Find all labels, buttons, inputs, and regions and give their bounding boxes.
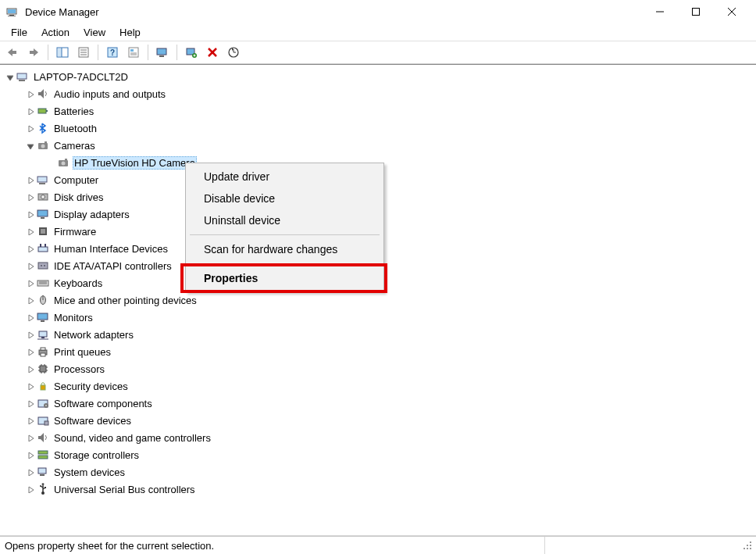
tree-category-storage[interactable]: Storage controllers bbox=[0, 446, 756, 463]
chevron-right-icon[interactable] bbox=[25, 467, 34, 477]
svg-rect-65 bbox=[41, 348, 45, 350]
chevron-right-icon[interactable] bbox=[25, 433, 34, 442]
chevron-right-icon[interactable] bbox=[25, 347, 34, 356]
svg-rect-49 bbox=[40, 244, 41, 247]
computer-icon bbox=[16, 70, 29, 83]
chevron-right-icon[interactable] bbox=[25, 227, 34, 236]
context-menu-item-uninstall-device[interactable]: Uninstall device bbox=[188, 209, 381, 231]
chevron-right-icon[interactable] bbox=[25, 192, 34, 202]
toolbar: ? bbox=[0, 41, 756, 64]
svg-rect-23 bbox=[157, 48, 166, 55]
context-menu-item-scan-for-hardware-changes[interactable]: Scan for hardware changes bbox=[188, 238, 381, 260]
chevron-right-icon[interactable] bbox=[25, 244, 34, 253]
tree-category-label: Keyboards bbox=[52, 277, 104, 290]
context-menu-separator bbox=[190, 263, 380, 264]
svg-rect-5 bbox=[693, 9, 700, 16]
tree-category-speaker[interactable]: Audio inputs and outputs bbox=[0, 85, 756, 102]
svg-rect-45 bbox=[41, 217, 45, 219]
minimize-button[interactable] bbox=[642, 0, 678, 23]
show-hide-tree-button[interactable] bbox=[53, 43, 72, 62]
tree-category-label: Storage controllers bbox=[52, 449, 141, 462]
chevron-right-icon[interactable] bbox=[25, 123, 34, 133]
status-separator bbox=[544, 537, 545, 554]
scan-hardware-button[interactable] bbox=[182, 43, 201, 62]
context-menu: Update driverDisable deviceUninstall dev… bbox=[185, 163, 384, 292]
chevron-right-icon[interactable] bbox=[25, 278, 34, 288]
tree-category-monitor[interactable]: Monitors bbox=[0, 309, 756, 326]
tree-category-label: Firmware bbox=[52, 225, 98, 238]
tree-category-sound[interactable]: Sound, video and game controllers bbox=[0, 429, 756, 446]
tree-category-network[interactable]: Network adapters bbox=[0, 326, 756, 343]
svg-rect-85 bbox=[40, 474, 45, 476]
tree-category-software-dev[interactable]: Software devices bbox=[0, 412, 756, 429]
svg-rect-83 bbox=[38, 456, 48, 459]
computer-icon bbox=[37, 173, 49, 186]
tree-category-battery[interactable]: Batteries bbox=[0, 102, 756, 120]
chevron-right-icon[interactable] bbox=[25, 416, 34, 425]
maximize-button[interactable] bbox=[678, 0, 714, 23]
chevron-down-icon[interactable] bbox=[5, 72, 14, 81]
battery-icon bbox=[37, 105, 49, 117]
chevron-down-icon[interactable] bbox=[25, 141, 34, 150]
chevron-right-icon[interactable] bbox=[25, 261, 34, 270]
tree-category-label: Monitors bbox=[52, 311, 94, 324]
chevron-right-icon[interactable] bbox=[25, 89, 34, 98]
context-menu-item-update-driver[interactable]: Update driver bbox=[188, 166, 381, 188]
tree-category-label: Bluetooth bbox=[52, 122, 98, 135]
refresh-button[interactable] bbox=[224, 43, 243, 62]
tree-category-system[interactable]: System devices bbox=[0, 463, 756, 481]
properties-toolbar-button[interactable] bbox=[74, 43, 93, 62]
back-button[interactable] bbox=[3, 43, 22, 62]
context-menu-item-properties[interactable]: Properties bbox=[188, 267, 381, 289]
device-tree[interactable]: LAPTOP-7ADCLT2DAudio inputs and outputsB… bbox=[0, 64, 756, 536]
resize-grip[interactable] bbox=[740, 538, 754, 552]
network-icon bbox=[37, 328, 49, 341]
tree-category-security[interactable]: Security devices bbox=[0, 377, 756, 395]
tree-category-printer[interactable]: Print queues bbox=[0, 343, 756, 360]
tree-root-node[interactable]: LAPTOP-7ADCLT2D bbox=[0, 68, 756, 85]
chevron-right-icon[interactable] bbox=[25, 399, 34, 408]
svg-rect-95 bbox=[750, 548, 751, 549]
software-dev-icon bbox=[37, 414, 49, 427]
chevron-right-icon[interactable] bbox=[25, 209, 34, 219]
close-button[interactable] bbox=[714, 0, 750, 23]
menu-help[interactable]: Help bbox=[113, 25, 147, 40]
menu-view[interactable]: View bbox=[77, 25, 112, 40]
menu-action[interactable]: Action bbox=[35, 25, 76, 40]
context-menu-item-disable-device[interactable]: Disable device bbox=[188, 188, 381, 209]
svg-rect-93 bbox=[744, 548, 745, 549]
svg-rect-24 bbox=[159, 55, 164, 57]
tree-category-software-comp[interactable]: Software components bbox=[0, 395, 756, 412]
uninstall-button[interactable] bbox=[203, 43, 222, 62]
toolbar-separator bbox=[48, 45, 48, 60]
camera-icon bbox=[57, 156, 70, 169]
menu-file[interactable]: File bbox=[5, 25, 34, 40]
help-button[interactable]: ? bbox=[103, 43, 122, 62]
svg-rect-20 bbox=[130, 49, 134, 52]
svg-point-38 bbox=[62, 162, 66, 166]
tree-category-usb[interactable]: Universal Serial Bus controllers bbox=[0, 481, 756, 498]
svg-rect-40 bbox=[37, 177, 47, 182]
toolbar-icon-2[interactable] bbox=[124, 43, 143, 62]
chevron-right-icon[interactable] bbox=[25, 313, 34, 322]
chevron-right-icon[interactable] bbox=[25, 295, 34, 305]
chevron-right-icon[interactable] bbox=[25, 484, 34, 494]
chevron-right-icon[interactable] bbox=[25, 450, 34, 459]
chevron-right-icon[interactable] bbox=[25, 381, 34, 391]
svg-rect-3 bbox=[8, 16, 16, 16]
tree-category-camera[interactable]: Cameras bbox=[0, 137, 756, 154]
tree-category-mouse[interactable]: Mice and other pointing devices bbox=[0, 291, 756, 309]
svg-rect-47 bbox=[41, 229, 45, 234]
chevron-right-icon[interactable] bbox=[25, 364, 34, 374]
svg-rect-36 bbox=[45, 141, 47, 143]
tree-category-bluetooth[interactable]: Bluetooth bbox=[0, 120, 756, 137]
firmware-icon bbox=[37, 225, 49, 238]
chevron-right-icon[interactable] bbox=[25, 175, 34, 184]
tree-category-cpu[interactable]: Processors bbox=[0, 360, 756, 377]
forward-button[interactable] bbox=[24, 43, 43, 62]
chevron-right-icon[interactable] bbox=[25, 106, 34, 116]
monitor-toolbar-button[interactable] bbox=[153, 43, 172, 62]
chevron-right-icon[interactable] bbox=[25, 330, 34, 339]
tree-category-label: Software devices bbox=[52, 414, 133, 427]
keyboard-icon bbox=[37, 277, 49, 289]
